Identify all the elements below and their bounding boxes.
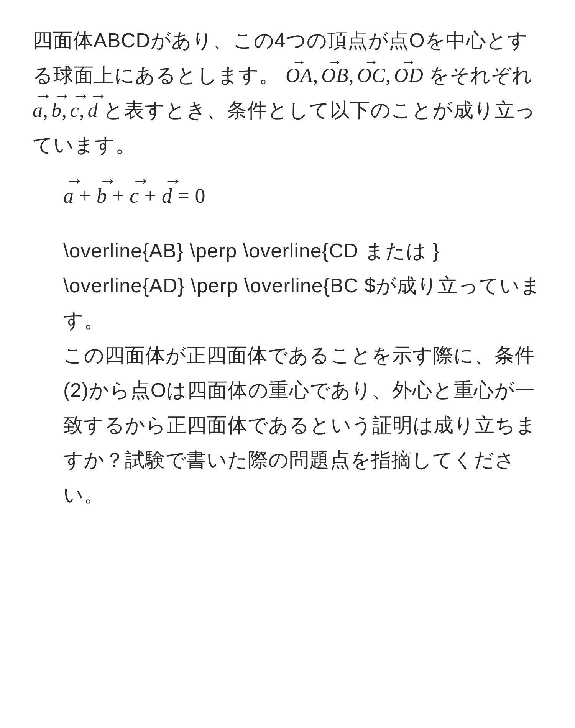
vec-d: →d xyxy=(162,178,172,214)
raw-latex-text: \overline{AB} \perp \overline{CD または } \… xyxy=(63,233,542,338)
zero-value: 0 xyxy=(195,184,206,207)
vec-c: →c xyxy=(70,93,79,128)
intro-text-2: をそれぞれ xyxy=(429,64,532,86)
arrow-icon: → xyxy=(72,87,79,105)
vector-list-OA-OD: →OA,→OB,→OC,→OD xyxy=(286,64,429,86)
paragraph-intro: 四面体ABCDがあり、この4つの頂点が点Oを中心とする球面上にあるとします。 →… xyxy=(33,23,542,162)
arrow-icon: → xyxy=(357,54,385,69)
equation-sum-zero: →a+→b+→c+→d=0 xyxy=(33,178,542,214)
vec-OA: →OA xyxy=(286,58,313,93)
vec-c: →c xyxy=(130,178,139,214)
arrow-icon: → xyxy=(394,54,424,69)
arrow-icon: → xyxy=(321,54,348,69)
vec-d: →d xyxy=(88,93,98,128)
vec-a: →a xyxy=(63,178,74,214)
vec-b: →b xyxy=(97,178,107,214)
arrow-icon: → xyxy=(34,87,43,105)
vector-list-abcd: →a,→b,→c,→d xyxy=(33,99,104,121)
document-content: 四面体ABCDがあり、この4つの頂点が点Oを中心とする球面上にあるとします。 →… xyxy=(33,23,542,512)
arrow-icon: → xyxy=(99,171,107,190)
paragraph-question: この四面体が正四面体であることを示す際に、条件(2)から点Oは四面体の重心であり… xyxy=(63,338,542,512)
vec-OB: →OB xyxy=(321,58,348,93)
arrow-icon: → xyxy=(131,171,139,190)
arrow-icon: → xyxy=(65,171,74,190)
indented-section: \overline{AB} \perp \overline{CD または } \… xyxy=(33,233,542,512)
vec-a: →a xyxy=(33,93,43,128)
arrow-icon: → xyxy=(53,87,62,105)
vec-OC: →OC xyxy=(357,58,385,93)
intro-text-3: と表すとき、条件として以下のことが成り立っています。 xyxy=(33,99,536,156)
arrow-icon: → xyxy=(89,87,98,105)
vec-OD: →OD xyxy=(394,58,424,93)
vec-b: →b xyxy=(51,93,62,128)
arrow-icon: → xyxy=(164,171,172,190)
arrow-icon: → xyxy=(286,54,313,69)
